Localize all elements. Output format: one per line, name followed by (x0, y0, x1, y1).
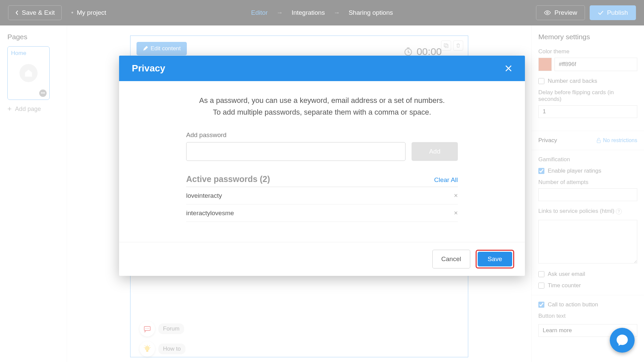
add-password-label: Add password (186, 131, 458, 139)
password-value: loveinteracty (186, 192, 222, 199)
modal-title: Privacy (132, 63, 165, 74)
add-password-input[interactable] (186, 142, 406, 161)
password-value: interactylovesme (186, 209, 234, 217)
cancel-button[interactable]: Cancel (432, 250, 470, 268)
password-item: interactylovesme × (186, 204, 458, 222)
modal-description: As a password, you can use a keyword, em… (186, 95, 458, 118)
remove-password-button[interactable]: × (454, 209, 458, 217)
remove-password-button[interactable]: × (454, 192, 458, 199)
save-button[interactable]: Save (478, 252, 512, 266)
password-item: loveinteracty × (186, 187, 458, 204)
close-icon (505, 65, 512, 72)
close-button[interactable] (505, 65, 512, 72)
save-button-highlight: Save (476, 250, 514, 268)
active-passwords-heading: Active passwords (2) (186, 174, 270, 184)
privacy-modal: Privacy As a password, you can use a key… (119, 56, 525, 276)
messenger-button[interactable] (610, 328, 635, 353)
add-button[interactable]: Add (412, 142, 458, 161)
clear-all-button[interactable]: Clear All (434, 176, 458, 184)
messenger-icon (615, 334, 629, 347)
